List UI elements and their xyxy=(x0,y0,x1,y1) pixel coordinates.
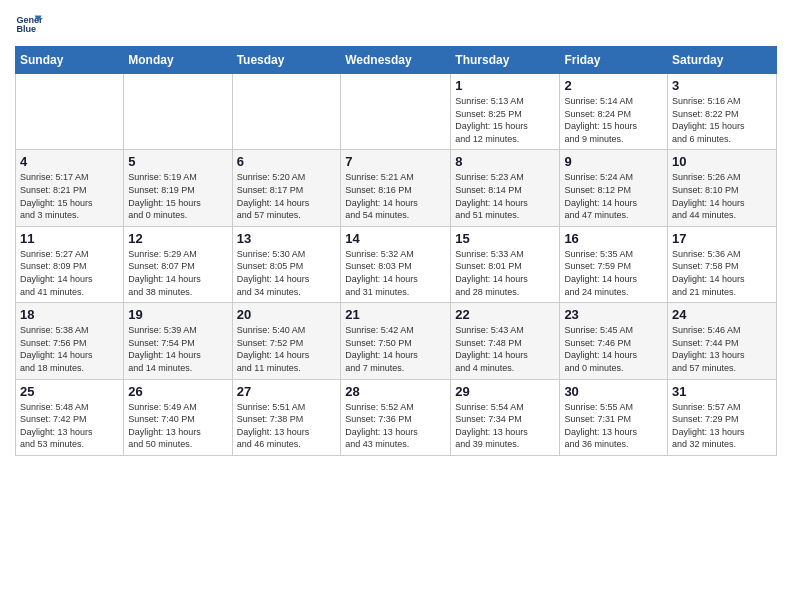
day-info: Sunrise: 5:45 AM Sunset: 7:46 PM Dayligh… xyxy=(564,324,663,374)
day-number: 18 xyxy=(20,307,119,322)
day-info: Sunrise: 5:33 AM Sunset: 8:01 PM Dayligh… xyxy=(455,248,555,298)
day-number: 12 xyxy=(128,231,227,246)
day-cell xyxy=(16,74,124,150)
weekday-header-thursday: Thursday xyxy=(451,47,560,74)
day-number: 29 xyxy=(455,384,555,399)
week-row-3: 11Sunrise: 5:27 AM Sunset: 8:09 PM Dayli… xyxy=(16,226,777,302)
day-info: Sunrise: 5:35 AM Sunset: 7:59 PM Dayligh… xyxy=(564,248,663,298)
weekday-header-sunday: Sunday xyxy=(16,47,124,74)
day-number: 26 xyxy=(128,384,227,399)
day-number: 22 xyxy=(455,307,555,322)
day-number: 25 xyxy=(20,384,119,399)
week-row-4: 18Sunrise: 5:38 AM Sunset: 7:56 PM Dayli… xyxy=(16,303,777,379)
day-cell: 31Sunrise: 5:57 AM Sunset: 7:29 PM Dayli… xyxy=(668,379,777,455)
day-number: 7 xyxy=(345,154,446,169)
day-cell: 10Sunrise: 5:26 AM Sunset: 8:10 PM Dayli… xyxy=(668,150,777,226)
day-cell: 27Sunrise: 5:51 AM Sunset: 7:38 PM Dayli… xyxy=(232,379,341,455)
logo-icon: General Blue xyxy=(15,10,43,38)
day-cell: 26Sunrise: 5:49 AM Sunset: 7:40 PM Dayli… xyxy=(124,379,232,455)
day-cell: 20Sunrise: 5:40 AM Sunset: 7:52 PM Dayli… xyxy=(232,303,341,379)
day-info: Sunrise: 5:52 AM Sunset: 7:36 PM Dayligh… xyxy=(345,401,446,451)
weekday-header-row: SundayMondayTuesdayWednesdayThursdayFrid… xyxy=(16,47,777,74)
day-number: 1 xyxy=(455,78,555,93)
day-cell: 13Sunrise: 5:30 AM Sunset: 8:05 PM Dayli… xyxy=(232,226,341,302)
day-info: Sunrise: 5:24 AM Sunset: 8:12 PM Dayligh… xyxy=(564,171,663,221)
day-cell xyxy=(232,74,341,150)
day-info: Sunrise: 5:46 AM Sunset: 7:44 PM Dayligh… xyxy=(672,324,772,374)
day-cell: 11Sunrise: 5:27 AM Sunset: 8:09 PM Dayli… xyxy=(16,226,124,302)
day-number: 4 xyxy=(20,154,119,169)
day-number: 15 xyxy=(455,231,555,246)
day-info: Sunrise: 5:23 AM Sunset: 8:14 PM Dayligh… xyxy=(455,171,555,221)
day-cell: 7Sunrise: 5:21 AM Sunset: 8:16 PM Daylig… xyxy=(341,150,451,226)
day-number: 30 xyxy=(564,384,663,399)
weekday-header-monday: Monday xyxy=(124,47,232,74)
day-cell: 19Sunrise: 5:39 AM Sunset: 7:54 PM Dayli… xyxy=(124,303,232,379)
day-cell: 30Sunrise: 5:55 AM Sunset: 7:31 PM Dayli… xyxy=(560,379,668,455)
day-cell: 28Sunrise: 5:52 AM Sunset: 7:36 PM Dayli… xyxy=(341,379,451,455)
day-cell: 15Sunrise: 5:33 AM Sunset: 8:01 PM Dayli… xyxy=(451,226,560,302)
day-info: Sunrise: 5:29 AM Sunset: 8:07 PM Dayligh… xyxy=(128,248,227,298)
week-row-2: 4Sunrise: 5:17 AM Sunset: 8:21 PM Daylig… xyxy=(16,150,777,226)
day-info: Sunrise: 5:39 AM Sunset: 7:54 PM Dayligh… xyxy=(128,324,227,374)
page-header: General Blue xyxy=(15,10,777,38)
day-cell: 18Sunrise: 5:38 AM Sunset: 7:56 PM Dayli… xyxy=(16,303,124,379)
day-cell xyxy=(124,74,232,150)
week-row-1: 1Sunrise: 5:13 AM Sunset: 8:25 PM Daylig… xyxy=(16,74,777,150)
weekday-header-friday: Friday xyxy=(560,47,668,74)
weekday-header-tuesday: Tuesday xyxy=(232,47,341,74)
day-info: Sunrise: 5:51 AM Sunset: 7:38 PM Dayligh… xyxy=(237,401,337,451)
day-number: 16 xyxy=(564,231,663,246)
day-number: 9 xyxy=(564,154,663,169)
day-info: Sunrise: 5:40 AM Sunset: 7:52 PM Dayligh… xyxy=(237,324,337,374)
day-number: 27 xyxy=(237,384,337,399)
day-cell: 8Sunrise: 5:23 AM Sunset: 8:14 PM Daylig… xyxy=(451,150,560,226)
day-number: 31 xyxy=(672,384,772,399)
day-info: Sunrise: 5:43 AM Sunset: 7:48 PM Dayligh… xyxy=(455,324,555,374)
day-info: Sunrise: 5:26 AM Sunset: 8:10 PM Dayligh… xyxy=(672,171,772,221)
day-number: 28 xyxy=(345,384,446,399)
day-cell: 1Sunrise: 5:13 AM Sunset: 8:25 PM Daylig… xyxy=(451,74,560,150)
day-cell: 14Sunrise: 5:32 AM Sunset: 8:03 PM Dayli… xyxy=(341,226,451,302)
day-number: 14 xyxy=(345,231,446,246)
day-info: Sunrise: 5:14 AM Sunset: 8:24 PM Dayligh… xyxy=(564,95,663,145)
day-info: Sunrise: 5:30 AM Sunset: 8:05 PM Dayligh… xyxy=(237,248,337,298)
day-info: Sunrise: 5:32 AM Sunset: 8:03 PM Dayligh… xyxy=(345,248,446,298)
day-info: Sunrise: 5:17 AM Sunset: 8:21 PM Dayligh… xyxy=(20,171,119,221)
weekday-header-saturday: Saturday xyxy=(668,47,777,74)
day-number: 5 xyxy=(128,154,227,169)
day-info: Sunrise: 5:48 AM Sunset: 7:42 PM Dayligh… xyxy=(20,401,119,451)
day-cell: 22Sunrise: 5:43 AM Sunset: 7:48 PM Dayli… xyxy=(451,303,560,379)
day-number: 24 xyxy=(672,307,772,322)
day-number: 6 xyxy=(237,154,337,169)
day-cell: 5Sunrise: 5:19 AM Sunset: 8:19 PM Daylig… xyxy=(124,150,232,226)
day-cell: 2Sunrise: 5:14 AM Sunset: 8:24 PM Daylig… xyxy=(560,74,668,150)
day-info: Sunrise: 5:55 AM Sunset: 7:31 PM Dayligh… xyxy=(564,401,663,451)
day-cell: 29Sunrise: 5:54 AM Sunset: 7:34 PM Dayli… xyxy=(451,379,560,455)
day-info: Sunrise: 5:13 AM Sunset: 8:25 PM Dayligh… xyxy=(455,95,555,145)
day-info: Sunrise: 5:42 AM Sunset: 7:50 PM Dayligh… xyxy=(345,324,446,374)
weekday-header-wednesday: Wednesday xyxy=(341,47,451,74)
day-number: 17 xyxy=(672,231,772,246)
day-info: Sunrise: 5:19 AM Sunset: 8:19 PM Dayligh… xyxy=(128,171,227,221)
day-cell: 21Sunrise: 5:42 AM Sunset: 7:50 PM Dayli… xyxy=(341,303,451,379)
day-info: Sunrise: 5:16 AM Sunset: 8:22 PM Dayligh… xyxy=(672,95,772,145)
day-number: 21 xyxy=(345,307,446,322)
day-number: 10 xyxy=(672,154,772,169)
logo: General Blue xyxy=(15,10,47,38)
day-cell: 12Sunrise: 5:29 AM Sunset: 8:07 PM Dayli… xyxy=(124,226,232,302)
day-info: Sunrise: 5:21 AM Sunset: 8:16 PM Dayligh… xyxy=(345,171,446,221)
day-cell: 23Sunrise: 5:45 AM Sunset: 7:46 PM Dayli… xyxy=(560,303,668,379)
day-number: 19 xyxy=(128,307,227,322)
day-info: Sunrise: 5:36 AM Sunset: 7:58 PM Dayligh… xyxy=(672,248,772,298)
day-cell: 16Sunrise: 5:35 AM Sunset: 7:59 PM Dayli… xyxy=(560,226,668,302)
day-info: Sunrise: 5:20 AM Sunset: 8:17 PM Dayligh… xyxy=(237,171,337,221)
day-cell: 9Sunrise: 5:24 AM Sunset: 8:12 PM Daylig… xyxy=(560,150,668,226)
day-cell: 4Sunrise: 5:17 AM Sunset: 8:21 PM Daylig… xyxy=(16,150,124,226)
calendar-table: SundayMondayTuesdayWednesdayThursdayFrid… xyxy=(15,46,777,456)
day-cell: 25Sunrise: 5:48 AM Sunset: 7:42 PM Dayli… xyxy=(16,379,124,455)
day-number: 23 xyxy=(564,307,663,322)
day-number: 13 xyxy=(237,231,337,246)
day-number: 11 xyxy=(20,231,119,246)
day-number: 8 xyxy=(455,154,555,169)
